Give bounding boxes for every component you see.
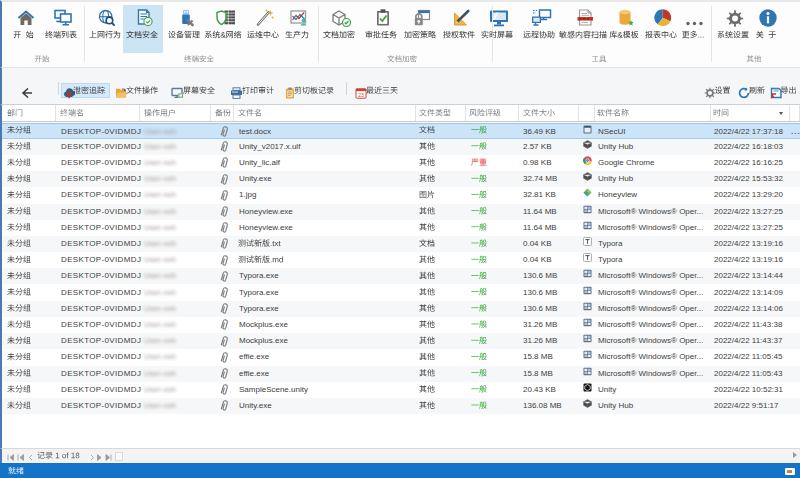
svg-text:23: 23 (358, 91, 364, 97)
